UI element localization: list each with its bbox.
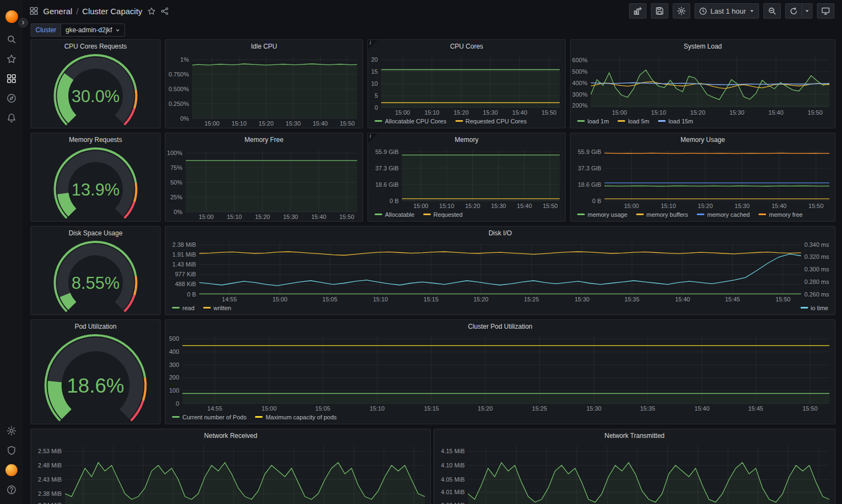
chart-system-load[interactable]: 600%500%400%300%200%15:0015:1015:2015:30… — [571, 52, 835, 117]
caret-down-icon — [749, 8, 755, 14]
panel-title[interactable]: CPU Cores Requests — [31, 40, 160, 52]
panel-title[interactable]: Memory Free — [165, 133, 363, 145]
panel-title[interactable]: Memory — [368, 133, 565, 145]
panel-info-icon[interactable]: i — [368, 40, 378, 50]
svg-text:0.340 ms: 0.340 ms — [804, 241, 829, 248]
legend-item[interactable]: io time — [801, 305, 828, 311]
panel-info-icon[interactable]: i — [368, 133, 378, 143]
sidebar-top-group — [2, 7, 21, 128]
chart-legend: Current number of PodsMaximum capacity o… — [165, 413, 835, 424]
chart-memory-free[interactable]: 100%75%50%25%0%15:0015:1015:2015:3015:40… — [165, 145, 363, 221]
dashboards-breadcrumb-icon[interactable] — [29, 7, 38, 15]
panel-title[interactable]: Memory Requests — [31, 133, 160, 145]
chart-disk-io[interactable]: 2.38 MiB1.91 MiB1.43 MiB977 KiB488 KiB0 … — [165, 239, 835, 304]
gauge-memory-requests: 13.9% — [31, 145, 160, 221]
tv-mode-button[interactable] — [817, 3, 834, 19]
refresh-button[interactable] — [785, 3, 802, 19]
sidebar-item-explore[interactable] — [2, 88, 21, 108]
sidebar — [0, 0, 23, 504]
panel-title[interactable]: Network Transmitted — [434, 429, 835, 441]
panel-title[interactable]: Pod Utilization — [31, 320, 160, 332]
sidebar-item-server-admin[interactable] — [2, 441, 21, 460]
legend-item[interactable]: Current number of Pods — [172, 414, 246, 420]
panel-system-load: System Load 600%500%400%300%200%15:0015:… — [570, 39, 835, 128]
refresh-interval-caret[interactable] — [802, 3, 813, 19]
chart-legend: memory usagememory buffersmemory cachedm… — [571, 210, 835, 221]
legend-item[interactable]: Requested CPU Cores — [455, 118, 527, 124]
zoom-out-button[interactable] — [763, 3, 781, 19]
svg-text:15:00: 15:00 — [612, 109, 627, 116]
svg-text:100: 100 — [169, 387, 179, 394]
sidebar-item-dashboards[interactable] — [2, 69, 21, 88]
svg-text:15:40: 15:40 — [768, 109, 784, 116]
dashboard-settings-button[interactable] — [673, 3, 690, 19]
svg-text:15:50: 15:50 — [543, 203, 558, 209]
legend-item[interactable]: load 5m — [618, 118, 649, 124]
panel-title[interactable]: Memory Usage — [571, 133, 835, 145]
legend-item[interactable]: memory usage — [577, 211, 627, 218]
chart-network-received[interactable]: 2.53 MiB2.48 MiB2.43 MiB2.38 MiB2.34 MiB… — [31, 441, 430, 504]
save-dashboard-button[interactable] — [651, 3, 668, 19]
sidebar-item-configuration[interactable] — [2, 421, 21, 441]
svg-text:15:30: 15:30 — [483, 109, 498, 116]
share-dashboard-button[interactable] — [161, 7, 169, 15]
sidebar-item-alerting[interactable] — [2, 108, 21, 128]
legend-item[interactable]: Allocatable CPU Cores — [375, 118, 447, 124]
panel-title[interactable]: System Load — [571, 40, 835, 52]
panel-title[interactable]: Disk Space Usage — [31, 227, 160, 239]
panel-disk-space-usage: Disk Space Usage 8.55% — [31, 226, 161, 315]
panel-network-transmitted: Network Transmitted 4.15 MiB4.10 MiB4.05… — [434, 429, 835, 504]
sidebar-item-help[interactable] — [2, 480, 21, 500]
svg-text:15:30: 15:30 — [730, 109, 745, 116]
add-panel-button[interactable] — [629, 3, 647, 19]
chart-legend: AllocatableRequested — [368, 210, 565, 221]
panel-title[interactable]: Network Received — [31, 429, 430, 441]
legend-item[interactable]: written — [203, 305, 231, 311]
chart-idle-cpu[interactable]: 1%0.750%0.500%0.250%0%15:0015:1015:2015:… — [165, 52, 363, 128]
legend-item[interactable]: read — [172, 305, 194, 311]
legend-item[interactable]: Allocatable — [375, 211, 414, 218]
navbar: General / Cluster Capacity L — [23, 0, 842, 22]
svg-text:500: 500 — [169, 335, 179, 342]
legend-item[interactable]: memory free — [758, 211, 803, 218]
star-dashboard-button[interactable] — [147, 7, 156, 15]
legend-item[interactable]: memory buffers — [636, 211, 688, 218]
svg-text:15:15: 15:15 — [424, 405, 439, 412]
svg-text:0.260 ms: 0.260 ms — [804, 291, 829, 298]
chart-memory-usage[interactable]: 55.9 GiB37.3 GiB18.6 GiB0 B15:0015:1015:… — [571, 145, 835, 210]
chart-memory[interactable]: 55.9 GiB37.3 GiB18.6 GiB0 B15:0015:1015:… — [368, 145, 565, 210]
save-icon — [655, 7, 664, 15]
sidebar-expand-button[interactable] — [19, 18, 28, 27]
user-avatar — [5, 464, 17, 476]
svg-text:0%: 0% — [174, 209, 182, 215]
sidebar-item-profile[interactable] — [2, 460, 21, 480]
legend-item[interactable]: Requested — [423, 211, 462, 218]
compass-icon — [7, 93, 16, 103]
sidebar-item-starred[interactable] — [2, 49, 21, 69]
panel-title[interactable]: Cluster Pod Utilization — [165, 320, 835, 332]
panel-title[interactable]: CPU Cores — [368, 40, 565, 52]
panel-cpu-cores: i CPU Cores 2015105015:0015:1015:2015:30… — [367, 39, 566, 128]
svg-text:15:20: 15:20 — [478, 405, 493, 412]
legend-item[interactable]: Maximum capacity of pods — [255, 414, 336, 420]
panel-title[interactable]: Idle CPU — [165, 40, 363, 52]
page-title[interactable]: Cluster Capacity — [82, 7, 143, 16]
shield-icon — [7, 446, 16, 455]
chart-cluster-pod-utilization[interactable]: 500400300200100014:5515:0015:0515:1015:1… — [165, 332, 835, 413]
variable-cluster-picker[interactable]: gke-admin-d2jkf — [61, 23, 125, 37]
svg-text:3.96 MiB: 3.96 MiB — [441, 502, 465, 504]
sidebar-item-search[interactable] — [2, 29, 21, 49]
svg-text:0.250%: 0.250% — [169, 100, 189, 107]
panel-title[interactable]: Disk I/O — [165, 227, 835, 239]
breadcrumb-general[interactable]: General — [43, 7, 72, 16]
svg-text:15:00: 15:00 — [413, 203, 429, 209]
chart-cpu-cores[interactable]: 2015105015:0015:1015:2015:3015:4015:50 — [368, 52, 565, 117]
svg-text:15:00: 15:00 — [204, 120, 220, 127]
chart-network-transmitted[interactable]: 4.15 MiB4.10 MiB4.05 MiB4.01 MiB3.96 MiB… — [434, 441, 835, 504]
legend-item[interactable]: load 1m — [577, 118, 609, 124]
gear-icon — [677, 7, 686, 15]
legend-item[interactable]: memory cached — [697, 211, 750, 218]
svg-text:15:35: 15:35 — [625, 296, 640, 303]
time-range-picker[interactable]: Last 1 hour — [695, 3, 759, 19]
legend-item[interactable]: load 15m — [658, 118, 693, 124]
